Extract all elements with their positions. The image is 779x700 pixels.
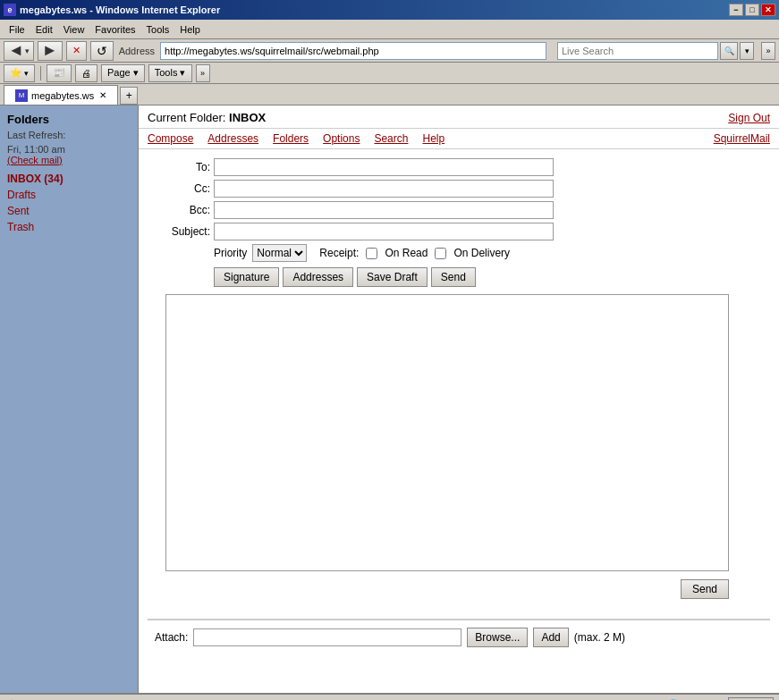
sidebar-title: Folders: [7, 113, 131, 126]
attach-row: Attach: Browse... Add (max. 2 M): [148, 619, 770, 654]
send-button[interactable]: Send: [431, 267, 476, 287]
address-bar: ◄ ▾ ► ✕ ↺ Address 🔍 ▾ »: [0, 39, 779, 63]
feeds-btn[interactable]: 📰: [47, 64, 72, 82]
subject-row: Subject:: [157, 223, 761, 240]
last-refresh-label: Last Refresh:: [7, 130, 131, 140]
attach-input[interactable]: [193, 628, 461, 646]
add-button[interactable]: Add: [533, 628, 568, 647]
on-delivery-checkbox[interactable]: [435, 248, 446, 259]
main-container: Folders Last Refresh: Fri, 11:00 am (Che…: [0, 105, 779, 693]
nav-addresses[interactable]: Addresses: [207, 132, 258, 145]
print-btn[interactable]: 🖨: [75, 64, 97, 82]
page-btn[interactable]: Page ▾: [101, 64, 145, 82]
menu-favorites[interactable]: Favorites: [89, 22, 140, 37]
attach-label: Attach:: [155, 631, 188, 644]
search-options-button[interactable]: ▾: [740, 42, 754, 60]
sign-out-link[interactable]: Sign Out: [728, 112, 770, 124]
menu-view[interactable]: View: [58, 22, 90, 37]
subject-input[interactable]: [214, 223, 554, 240]
on-read-checkbox[interactable]: [366, 248, 377, 259]
tab-bar: M megabytes.ws ✕ +: [0, 84, 779, 105]
receipt-label: Receipt:: [319, 247, 359, 259]
favorites-btn[interactable]: ⭐ ▾: [4, 64, 35, 82]
nav-search[interactable]: Search: [374, 132, 408, 145]
content-area: Current Folder: INBOX Sign Out Compose A…: [139, 105, 779, 693]
send-bottom-row: Send: [165, 579, 729, 599]
window-title: megabytes.ws - Windows Internet Explorer: [20, 4, 220, 15]
compose-form: To: Cc: Bcc: Subject: Priority: [139, 149, 779, 613]
max-size-label: (max. 2 M): [574, 631, 625, 644]
menu-help[interactable]: Help: [174, 22, 206, 37]
folder-drafts[interactable]: Drafts: [7, 189, 131, 201]
minimize-button[interactable]: −: [729, 4, 743, 16]
send-bottom-button[interactable]: Send: [681, 579, 729, 599]
compose-buttons: Signature Addresses Save Draft Send: [214, 267, 761, 287]
nav-spacer: [459, 132, 699, 145]
back-button[interactable]: ◄ ▾: [4, 41, 34, 61]
current-folder-name: INBOX: [229, 111, 266, 124]
address-label: Address: [119, 46, 155, 56]
body-textarea[interactable]: [165, 294, 729, 571]
browse-button[interactable]: Browse...: [467, 628, 528, 647]
priority-row: Priority Normal High Low Receipt: On Rea…: [214, 244, 761, 262]
menu-edit[interactable]: Edit: [30, 22, 58, 37]
stop-button[interactable]: ✕: [66, 41, 87, 61]
close-button[interactable]: ✕: [761, 4, 775, 16]
priority-select[interactable]: Normal High Low: [252, 244, 307, 262]
zoom-control[interactable]: 100% ▾: [728, 697, 774, 701]
forward-button[interactable]: ►: [38, 41, 63, 61]
last-refresh-time: Fri, 11:00 am: [7, 144, 131, 155]
on-read-label: On Read: [385, 247, 428, 259]
cc-input[interactable]: [214, 180, 554, 198]
tab-megabytes[interactable]: M megabytes.ws ✕: [4, 85, 118, 105]
menu-bar: File Edit View Favorites Tools Help: [0, 20, 779, 39]
tools-btn[interactable]: Tools ▾: [148, 64, 192, 82]
menu-file[interactable]: File: [4, 22, 30, 37]
cc-label: Cc:: [157, 182, 210, 195]
nav-compose[interactable]: Compose: [148, 132, 193, 145]
nav-help[interactable]: Help: [422, 132, 445, 145]
extra-toolbar: ⭐ ▾ 📰 🖨 Page ▾ Tools ▾ »: [0, 63, 779, 84]
addresses-button[interactable]: Addresses: [283, 267, 353, 287]
folder-trash[interactable]: Trash: [7, 221, 131, 233]
search-bar: 🔍 ▾: [557, 42, 754, 60]
more-tools-btn[interactable]: »: [196, 64, 210, 82]
menu-tools[interactable]: Tools: [141, 22, 175, 37]
bcc-label: Bcc:: [157, 204, 210, 216]
signature-button[interactable]: Signature: [214, 267, 279, 287]
tab-close[interactable]: ✕: [99, 90, 106, 100]
check-mail-link[interactable]: (Check mail): [7, 155, 131, 165]
tab-label: megabytes.ws: [31, 90, 94, 101]
maximize-button[interactable]: □: [745, 4, 759, 16]
on-delivery-label: On Delivery: [453, 247, 510, 259]
search-go-button[interactable]: 🔍: [720, 42, 738, 60]
folder-inbox[interactable]: INBOX (34): [7, 173, 131, 185]
sidebar: Folders Last Refresh: Fri, 11:00 am (Che…: [0, 105, 139, 693]
bcc-input[interactable]: [214, 201, 554, 219]
email-header: Current Folder: INBOX Sign Out: [139, 105, 779, 129]
nav-options[interactable]: Options: [323, 132, 360, 145]
squirrelmail-link[interactable]: SquirrelMail: [714, 132, 770, 145]
tab-favicon: M: [15, 89, 28, 102]
folder-list: INBOX (34) Drafts Sent Trash: [7, 173, 131, 233]
subject-label: Subject:: [157, 225, 210, 238]
to-input[interactable]: [214, 158, 554, 176]
status-bar: 🔒 🌐 Internet 100% ▾: [0, 693, 779, 700]
priority-label: Priority: [214, 247, 247, 259]
cc-row: Cc:: [157, 180, 761, 198]
status-right: 🌐 Internet 100% ▾: [667, 697, 774, 701]
nav-links: Compose Addresses Folders Options Search…: [139, 129, 779, 149]
toolbar-sep-1: [40, 66, 41, 80]
title-bar: e megabytes.ws - Windows Internet Explor…: [0, 0, 779, 20]
save-draft-button[interactable]: Save Draft: [357, 267, 428, 287]
nav-folders[interactable]: Folders: [273, 132, 309, 145]
new-tab-button[interactable]: +: [120, 87, 138, 105]
app-icon: e: [4, 4, 16, 16]
current-folder-label: Current Folder: INBOX: [148, 111, 266, 124]
bcc-row: Bcc:: [157, 201, 761, 219]
folder-sent[interactable]: Sent: [7, 205, 131, 217]
toolbar-options-button[interactable]: »: [761, 42, 775, 60]
address-input[interactable]: [160, 42, 546, 60]
search-input[interactable]: [557, 42, 718, 60]
refresh-button[interactable]: ↺: [90, 41, 114, 61]
